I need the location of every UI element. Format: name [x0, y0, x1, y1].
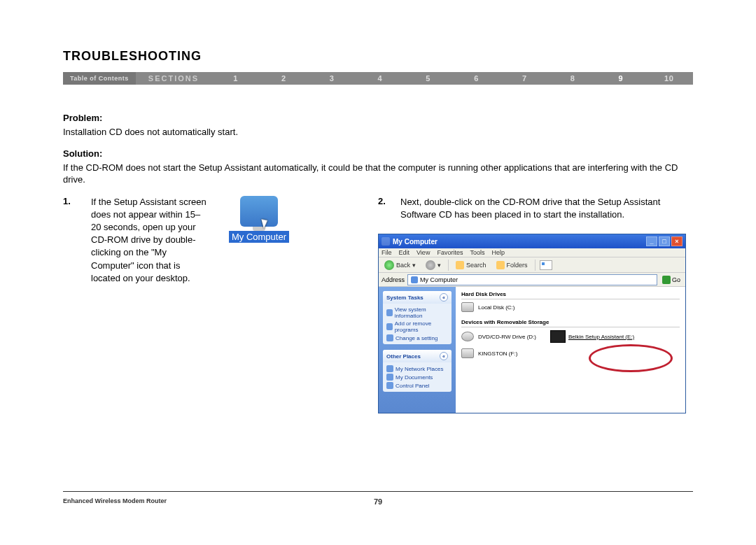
dvd-cd-rw-drive[interactable]: DVD/CD-RW Drive (D:) — [461, 330, 536, 343]
content-area: Problem: Installation CD does not automa… — [63, 85, 693, 413]
my-documents-link[interactable]: My Documents — [386, 373, 448, 381]
back-icon — [384, 260, 394, 270]
menu-edit[interactable]: Edit — [399, 249, 410, 256]
go-button[interactable]: Go — [660, 276, 682, 284]
nav-numbers: 1 2 3 4 5 6 7 8 9 10 — [211, 72, 693, 85]
problem-text: Installation CD does not automatically s… — [63, 126, 693, 139]
nav-num-1[interactable]: 1 — [211, 74, 260, 83]
xp-main-pane: Hard Disk Drives Local Disk (C:) Devices… — [456, 287, 685, 413]
close-button[interactable]: × — [671, 236, 682, 246]
footer-page-number: 79 — [374, 497, 382, 506]
removable-drive-icon — [461, 348, 474, 358]
nav-toc[interactable]: Table of Contents — [63, 72, 136, 85]
footer-product-name: Enhanced Wireless Modem Router — [63, 497, 167, 504]
programs-icon — [386, 323, 393, 330]
step-2-text: Next, double-click on the CD-ROM drive t… — [400, 196, 693, 221]
highlight-circle — [589, 344, 673, 372]
nav-num-3[interactable]: 3 — [308, 74, 356, 83]
menu-tools[interactable]: Tools — [470, 249, 484, 256]
forward-button[interactable]: ▾ — [423, 260, 444, 271]
solution-text: If the CD-ROM does not start the Setup A… — [63, 162, 693, 186]
my-computer-desktop-icon: My Computer — [224, 196, 294, 413]
local-disk-c[interactable]: Local Disk (C:) — [461, 302, 514, 312]
nav-num-2[interactable]: 2 — [260, 74, 308, 83]
system-tasks-panel: System Tasks « View system information A… — [383, 291, 451, 344]
search-icon — [456, 261, 464, 269]
page-title: TROUBLESHOOTING — [63, 49, 693, 64]
view-system-info-link[interactable]: View system information — [386, 306, 448, 320]
xp-toolbar: Back ▾ ▾ Search Folders — [379, 257, 685, 273]
back-label: Back — [396, 262, 410, 269]
folders-icon — [496, 261, 505, 269]
documents-icon — [386, 374, 393, 381]
views-button[interactable] — [540, 260, 552, 270]
nav-num-6[interactable]: 6 — [452, 74, 500, 83]
nav-num-8[interactable]: 8 — [549, 74, 597, 83]
xp-title-bar: My Computer _ □ × — [379, 234, 685, 248]
address-label: Address — [382, 276, 405, 283]
collapse-button[interactable]: « — [440, 352, 448, 360]
collapse-button[interactable]: « — [440, 293, 448, 302]
xp-title-icon — [382, 237, 390, 246]
address-value: My Computer — [420, 276, 458, 283]
forward-icon — [426, 260, 435, 270]
nav-sections-label: SECTIONS — [136, 72, 211, 85]
chevron-down-icon: ▾ — [412, 262, 416, 269]
step-1-number: 1. — [63, 196, 77, 413]
kingston-drive[interactable]: KINGSTON (F:) — [461, 348, 517, 358]
other-places-panel: Other Places « My Network Places My Docu… — [383, 350, 451, 392]
nav-num-9[interactable]: 9 — [596, 74, 645, 83]
toolbar-separator — [448, 260, 449, 271]
back-button[interactable]: Back ▾ — [382, 260, 419, 271]
nav-num-10[interactable]: 10 — [645, 74, 693, 83]
monitor-icon — [240, 196, 278, 227]
menu-view[interactable]: View — [416, 249, 430, 256]
nav-num-4[interactable]: 4 — [356, 74, 404, 83]
search-label: Search — [466, 262, 486, 269]
address-field[interactable]: My Computer — [407, 274, 657, 285]
step-1-block: 1. If the Setup Assistant screen does no… — [63, 196, 357, 413]
setup-drive-icon — [550, 330, 566, 343]
search-button[interactable]: Search — [453, 260, 489, 270]
belkin-setup-drive[interactable]: Belkin Setup Assistant (E:) — [550, 330, 634, 343]
nav-num-7[interactable]: 7 — [500, 74, 549, 83]
add-remove-programs-link[interactable]: Add or remove programs — [386, 320, 448, 334]
nav-bar: Table of Contents SECTIONS 1 2 3 4 5 6 7… — [63, 72, 693, 85]
step-2-block: 2. Next, double-click on the CD-ROM driv… — [378, 196, 693, 413]
xp-my-computer-window: My Computer _ □ × File Edit View Favorit… — [378, 234, 686, 413]
step-2-number: 2. — [378, 196, 392, 221]
menu-help[interactable]: Help — [491, 249, 505, 256]
info-icon — [386, 309, 393, 316]
cd-drive-icon — [461, 332, 474, 341]
control-panel-icon — [386, 382, 393, 389]
xp-menu-bar: File Edit View Favorites Tools Help — [379, 248, 685, 257]
removable-storage-header: Devices with Removable Storage — [461, 318, 680, 327]
solution-label: Solution: — [63, 148, 693, 159]
change-setting-link[interactable]: Change a setting — [386, 334, 448, 342]
drive-label: KINGSTON (F:) — [478, 351, 517, 357]
maximize-button[interactable]: □ — [659, 236, 670, 246]
minimize-button[interactable]: _ — [646, 236, 657, 246]
settings-icon — [386, 334, 393, 341]
nav-num-5[interactable]: 5 — [404, 74, 452, 83]
step-1-text: If the Setup Assistant screen does not a… — [91, 196, 210, 413]
other-places-header: Other Places — [386, 353, 421, 360]
menu-favorites[interactable]: Favorites — [437, 249, 463, 256]
my-computer-label: My Computer — [229, 231, 289, 243]
chevron-down-icon: ▾ — [438, 262, 441, 269]
xp-sidebar: System Tasks « View system information A… — [379, 287, 456, 413]
drive-label: Local Disk (C:) — [478, 304, 514, 311]
control-panel-link[interactable]: Control Panel — [386, 381, 448, 390]
network-places-link[interactable]: My Network Places — [386, 364, 448, 373]
network-icon — [386, 365, 393, 372]
folders-label: Folders — [507, 262, 528, 269]
problem-label: Problem: — [63, 113, 693, 123]
system-tasks-header: System Tasks — [386, 295, 424, 301]
computer-icon — [411, 276, 418, 283]
hard-disk-header: Hard Disk Drives — [461, 290, 680, 299]
drive-label: DVD/CD-RW Drive (D:) — [478, 334, 536, 340]
menu-file[interactable]: File — [382, 249, 392, 256]
xp-title-text: My Computer — [393, 238, 438, 246]
hard-drive-icon — [461, 302, 474, 312]
folders-button[interactable]: Folders — [493, 260, 531, 270]
